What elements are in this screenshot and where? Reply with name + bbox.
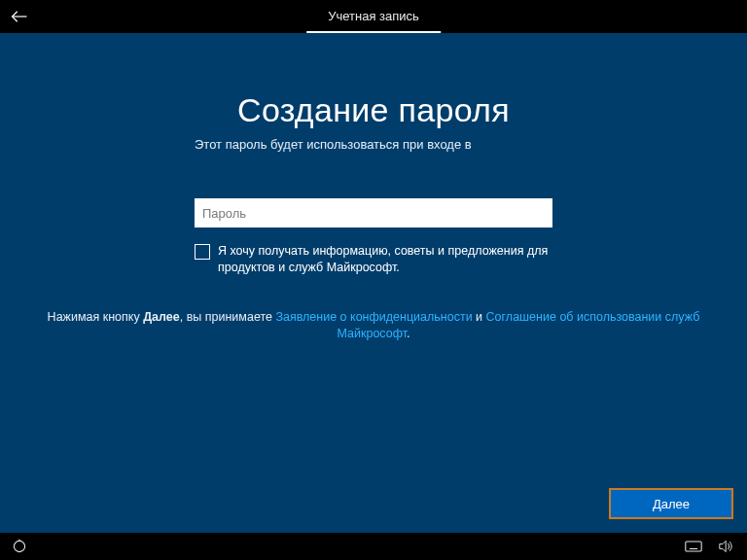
next-button[interactable]: Далее [609,488,733,519]
legal-prefix: Нажимая кнопку [48,310,144,324]
svg-marker-5 [720,541,726,551]
back-button[interactable] [0,0,39,33]
privacy-link[interactable]: Заявление о конфиденциальности [275,310,472,324]
legal-bold: Далее [143,310,180,324]
back-arrow-icon [11,10,28,23]
ease-of-access-icon[interactable] [11,540,28,553]
tab-account[interactable]: Учетная запись [306,0,441,33]
legal-and: и [473,310,486,324]
bottom-right [685,540,747,553]
opt-in-checkbox[interactable] [195,244,210,260]
password-input[interactable] [195,198,552,228]
legal-suffix: . [407,327,409,340]
tab-label: Учетная запись [328,9,419,23]
title-bar: Учетная запись [0,0,747,33]
legal-text: Нажимая кнопку Далее, вы принимаете Заяв… [33,309,714,343]
legal-mid: , вы принимаете [180,310,276,324]
bottom-bar [0,533,747,560]
form-area: Я хочу получать информацию, советы и пре… [195,198,552,276]
next-button-label: Далее [653,497,690,511]
keyboard-icon[interactable] [685,540,702,553]
svg-point-1 [14,541,24,551]
page-subtitle: Этот пароль будет использоваться при вхо… [195,137,552,152]
opt-in-row: Я хочу получать информацию, советы и пре… [195,243,552,276]
bottom-left [0,540,39,553]
volume-icon[interactable] [718,540,735,553]
opt-in-label: Я хочу получать информацию, советы и пре… [218,243,552,276]
page-title: Создание пароля [0,91,747,129]
main-content: Создание пароля Этот пароль будет исполь… [0,33,747,343]
svg-rect-3 [686,542,701,551]
